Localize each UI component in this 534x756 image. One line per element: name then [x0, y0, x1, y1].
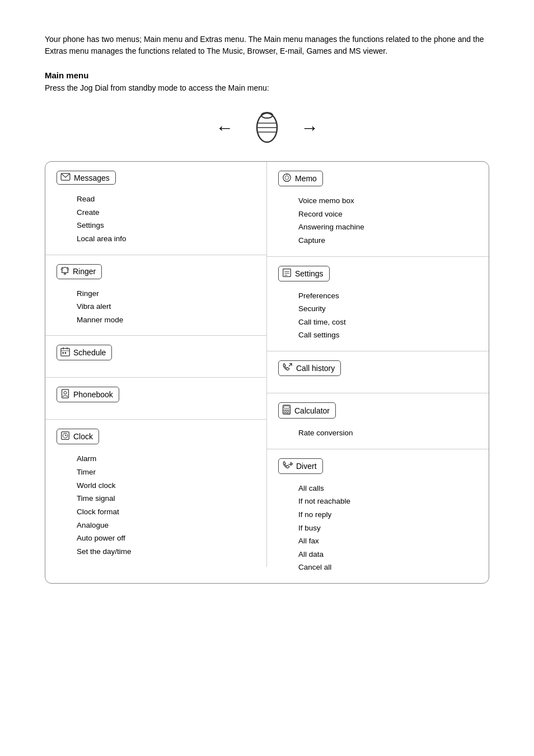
clock-icon: [60, 431, 70, 442]
call-history-label: Call history: [296, 364, 335, 373]
sub-item: Call time, cost: [298, 316, 477, 329]
left-column: MessagesReadCreateSettingsLocal area inf…: [45, 162, 267, 583]
sub-item: If no reply: [298, 508, 477, 522]
cell-clock: ClockAlarmTimerWorld clockTime signalClo…: [45, 420, 267, 567]
settings-subitems: PreferencesSecurityCall time, costCall s…: [278, 289, 477, 342]
schedule-icon: [60, 347, 70, 358]
svg-line-27: [289, 364, 292, 367]
sub-item: Rate conversion: [298, 426, 477, 440]
sub-item: All fax: [298, 534, 477, 548]
sub-item: Record voice: [298, 208, 477, 221]
sub-item: Settings: [77, 219, 255, 232]
sub-item: Cancel all: [298, 561, 477, 574]
intro-paragraph: Your phone has two menus; Main menu and …: [45, 34, 489, 57]
sub-item: Call settings: [298, 328, 477, 342]
messages-icon: [60, 173, 71, 182]
svg-rect-31: [286, 410, 287, 411]
sub-item: Security: [298, 302, 477, 316]
arrow-left-icon: ←: [216, 118, 233, 138]
sub-item: Set the day/time: [77, 545, 255, 558]
settings-icon: [282, 268, 292, 279]
sub-item: Timer: [77, 466, 255, 479]
svg-rect-8: [61, 349, 69, 356]
sub-item: All calls: [298, 482, 477, 495]
messages-subitems: ReadCreateSettingsLocal area info: [57, 192, 255, 246]
svg-rect-30: [284, 410, 285, 411]
settings-label: Settings: [295, 269, 324, 278]
messages-label: Messages: [74, 173, 110, 182]
sub-item: If not reachable: [298, 495, 477, 508]
cell-calculator: CalculatorRate conversion: [267, 393, 489, 449]
calculator-subitems: Rate conversion: [278, 426, 477, 440]
memo-label: Memo: [295, 174, 317, 183]
sub-item: Auto power off: [77, 532, 255, 545]
svg-rect-32: [288, 410, 289, 411]
svg-point-7: [64, 273, 65, 274]
sub-item: Alarm: [77, 452, 255, 466]
svg-point-15: [64, 392, 67, 395]
sub-item: Analogue: [77, 519, 255, 532]
svg-rect-33: [284, 412, 285, 413]
sub-item: Ringer: [77, 287, 255, 300]
sub-item: All data: [298, 548, 477, 561]
sub-item: Time signal: [77, 492, 255, 505]
sub-item: Vibra alert: [77, 300, 255, 313]
jog-dial-icon: [250, 111, 284, 144]
sub-item: Read: [77, 192, 255, 206]
cell-schedule: Schedule: [45, 336, 267, 378]
calculator-label: Calculator: [294, 406, 330, 415]
sub-item: World clock: [77, 479, 255, 492]
ringer-subitems: RingerVibra alertManner mode: [57, 287, 255, 327]
clock-label: Clock: [73, 432, 93, 441]
divert-subitems: All callsIf not reachableIf no replyIf b…: [278, 482, 477, 574]
svg-rect-34: [286, 412, 287, 413]
svg-rect-29: [284, 406, 289, 408]
divert-icon: [282, 461, 293, 472]
cell-call-history: Call history: [267, 351, 489, 393]
memo-subitems: Voice memo boxRecord voiceAnswering mach…: [278, 194, 477, 247]
svg-rect-13: [65, 353, 67, 354]
right-column: MemoVoice memo boxRecord voiceAnswering …: [267, 162, 489, 583]
svg-point-20: [283, 174, 291, 182]
svg-rect-12: [62, 353, 64, 354]
arrow-right-icon: →: [301, 118, 318, 138]
schedule-label: Schedule: [73, 348, 106, 357]
sub-item: Create: [77, 206, 255, 219]
call-history-icon: [282, 363, 293, 374]
sub-item: Preferences: [298, 289, 477, 303]
phonebook-icon: [60, 389, 70, 400]
cell-messages: MessagesReadCreateSettingsLocal area inf…: [45, 162, 267, 255]
cell-divert: DivertAll callsIf not reachableIf no rep…: [267, 449, 489, 583]
phonebook-label: Phonebook: [73, 390, 113, 399]
cell-settings: SettingsPreferencesSecurityCall time, co…: [267, 257, 489, 352]
main-menu-title: Main menu: [45, 71, 489, 80]
sub-item: Local area info: [77, 232, 255, 246]
svg-point-21: [285, 176, 289, 180]
sub-item: Voice memo box: [298, 194, 477, 208]
sub-item: Clock format: [77, 505, 255, 519]
memo-icon: [282, 173, 292, 184]
sub-item: Manner mode: [77, 313, 255, 327]
calculator-icon: [282, 405, 291, 416]
main-menu-subtitle: Press the Jog Dial from standby mode to …: [45, 82, 489, 94]
ringer-label: Ringer: [73, 267, 96, 276]
ringer-icon: [60, 266, 69, 277]
sub-item: Capture: [298, 234, 477, 247]
cell-ringer: RingerRingerVibra alertManner mode: [45, 255, 267, 336]
sub-item: Answering machine: [298, 220, 477, 234]
sub-item: If busy: [298, 522, 477, 535]
cell-memo: MemoVoice memo boxRecord voiceAnswering …: [267, 162, 489, 257]
divert-label: Divert: [296, 462, 317, 471]
clock-subitems: AlarmTimerWorld clockTime signalClock fo…: [57, 452, 255, 558]
menu-container: MessagesReadCreateSettingsLocal area inf…: [45, 161, 489, 584]
cell-phonebook: Phonebook: [45, 378, 267, 420]
jog-dial-area: ← →: [45, 111, 489, 144]
